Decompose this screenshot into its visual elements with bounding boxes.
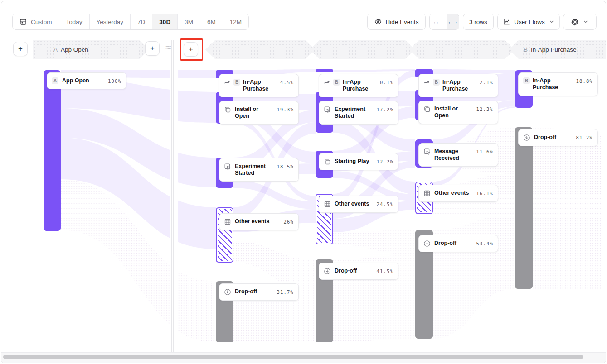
expand-columns-icon[interactable]: ←→ [447, 14, 459, 29]
flow-node-card[interactable]: Starting Play 12.2% [319, 153, 398, 170]
flow-header-band [310, 40, 415, 59]
step-b-badge: B [433, 79, 440, 86]
flow-bar-drop-off[interactable] [515, 127, 533, 289]
flow-node-card[interactable]: Other events 16.1% [418, 185, 498, 202]
step-b-badge: B [233, 79, 240, 86]
node-label: In-App Purchase [343, 79, 377, 92]
event-copy-icon [423, 105, 431, 113]
event-copy-icon [224, 106, 231, 113]
line-chart-icon [503, 18, 510, 25]
flow-node-card[interactable]: B In-App Purchase 18.8% [518, 72, 598, 96]
date-yesterday-button[interactable]: Yesterday [90, 14, 131, 29]
date-today-button[interactable]: Today [59, 14, 90, 29]
horizontal-scrollbar[interactable] [1, 352, 606, 363]
flow-node-card[interactable]: B In-App Purchase 4.5% [219, 74, 299, 97]
node-percent: 53.4% [476, 240, 493, 246]
step-a-label: App Open [61, 46, 88, 53]
step-b-badge: B [333, 79, 340, 86]
drop-off-flow-dotted [61, 179, 216, 342]
date-30d-button[interactable]: 30D [152, 14, 178, 29]
flow-node-card[interactable]: Drop-off 81.2% [518, 129, 598, 146]
calendar-icon [19, 18, 27, 25]
flow-node-card[interactable]: Message Received 11.6% [418, 143, 498, 167]
event-click-icon [423, 148, 431, 155]
date-7d-button[interactable]: 7D [131, 14, 152, 29]
node-percent: 2.1% [480, 79, 493, 85]
node-percent: 17.2% [376, 106, 393, 112]
node-label: App Open [62, 77, 104, 84]
step-a-header-band[interactable]: A App Open [33, 40, 149, 59]
step-b-badge: B [523, 77, 530, 84]
event-click-icon [224, 163, 231, 170]
date-6m-button[interactable]: 6M [200, 14, 223, 29]
eye-off-icon [374, 18, 382, 25]
flow-node-card[interactable]: Install or Open 12.3% [418, 101, 498, 124]
node-percent: 16.1% [476, 190, 493, 196]
flow-node-card[interactable]: Experiment Started 17.2% [319, 101, 398, 125]
flow-node-card[interactable]: Other events 24.5% [319, 196, 398, 213]
flow-node-card[interactable]: Experiment Started 18.5% [219, 158, 299, 182]
add-step-before-button[interactable]: + [13, 42, 28, 56]
node-label: Drop-off [235, 288, 273, 295]
flow-node-card[interactable]: Drop-off 41.5% [319, 263, 398, 280]
node-percent: 81.2% [576, 134, 593, 140]
flow-node-card[interactable]: A App Open 100% [47, 72, 126, 89]
node-label: Other events [235, 218, 280, 225]
pane-divider-line [171, 40, 172, 355]
drop-off-icon [224, 288, 231, 296]
settings-dropdown[interactable] [563, 14, 597, 30]
flow-node-card[interactable]: Drop-off 53.4% [418, 235, 498, 252]
flow-node-card[interactable]: B In-App Purchase 0.1% [319, 74, 398, 97]
node-label: In-App Purchase [243, 79, 277, 92]
other-events-grid-icon [324, 201, 331, 208]
flow-ribbon [233, 180, 316, 209]
node-label: In-App Purchase [533, 77, 573, 91]
node-label: Experiment Started [235, 163, 273, 177]
other-events-grid-icon [224, 218, 231, 225]
node-label: Install or Open [434, 105, 472, 119]
step-a-badge: A [52, 77, 58, 84]
add-expansion-step-button[interactable]: + [184, 42, 198, 57]
flow-arrow-icon [423, 79, 430, 86]
hide-events-button[interactable]: Hide Events [367, 14, 426, 30]
node-label: Drop-off [534, 134, 572, 141]
collapse-columns-icon[interactable]: →← [430, 14, 442, 29]
flow-bar-app-open[interactable] [44, 70, 61, 231]
flow-header-band [409, 40, 515, 59]
flow-node-card[interactable]: B In-App Purchase 2.1% [418, 74, 498, 97]
drop-off-flow-dotted [433, 214, 515, 339]
step-b-label: In-App Purchase [531, 46, 577, 53]
node-label: Starting Play [335, 158, 373, 165]
flow-node-card[interactable]: Other events 26% [219, 213, 299, 230]
node-percent: 31.7% [277, 288, 294, 295]
spacing-toggle: →← ←→ [429, 14, 459, 30]
flow-bar-in-app-purchase[interactable] [316, 69, 333, 72]
step-b-letter: B [524, 46, 528, 53]
drop-off-icon [523, 134, 530, 141]
view-selector-dropdown[interactable]: User Flows [497, 14, 560, 30]
node-label: Install or Open [235, 106, 273, 120]
flow-ribbon [61, 108, 216, 187]
node-label: Other events [434, 190, 472, 196]
node-percent: 0.1% [380, 79, 393, 85]
step-b-header-band[interactable]: B In-App Purchase [509, 40, 606, 59]
drop-off-icon [324, 268, 331, 275]
rows-button[interactable]: 3 rows [463, 14, 494, 30]
other-events-grid-icon [423, 190, 431, 197]
date-custom-button[interactable]: Custom [13, 14, 59, 29]
gear-icon [571, 18, 579, 26]
node-percent: 12.2% [376, 158, 393, 164]
date-12m-button[interactable]: 12M [223, 14, 248, 29]
scrollbar-thumb[interactable] [3, 355, 583, 359]
add-step-after-a-button[interactable]: + [145, 41, 160, 56]
node-percent: 18.8% [576, 77, 593, 84]
chevron-down-icon [583, 19, 588, 24]
flow-node-card[interactable]: Drop-off 31.7% [219, 283, 299, 301]
date-3m-button[interactable]: 3M [178, 14, 200, 29]
node-percent: 12.3% [476, 105, 493, 112]
node-percent: 11.6% [476, 148, 493, 154]
chevron-down-icon [549, 19, 554, 24]
flow-node-card[interactable]: Install or Open 19.3% [219, 101, 299, 125]
flow-arrow-icon [324, 79, 330, 86]
event-copy-icon [324, 158, 331, 165]
